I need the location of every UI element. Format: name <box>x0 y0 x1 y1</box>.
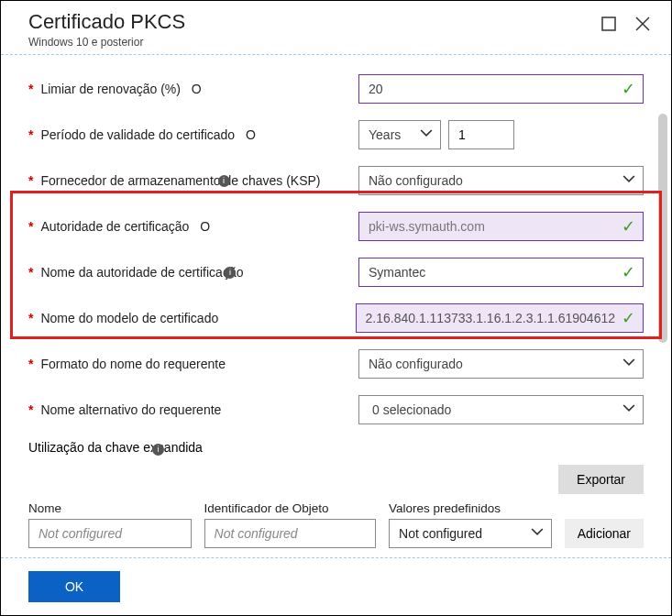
subject-format-select[interactable]: Não configurado <box>358 349 644 379</box>
svg-rect-0 <box>602 17 615 30</box>
ca-label: Autoridade de certificação <box>40 219 189 234</box>
chevron-down-icon <box>420 127 433 143</box>
san-label: Nome alternativo do requerente <box>40 402 221 417</box>
template-label: Nome do modelo de certificado <box>40 311 218 325</box>
page-title: Certificado PKCS <box>28 10 185 34</box>
info-icon[interactable]: i <box>218 175 230 187</box>
info-icon[interactable]: i <box>152 444 164 456</box>
ca-name-input[interactable]: Symantec ✓ <box>358 258 644 287</box>
ca-input[interactable]: pki-ws.symauth.com ✓ <box>358 212 644 241</box>
info-icon[interactable]: i <box>224 267 236 279</box>
page-subtitle: Windows 10 e posterior <box>28 36 185 49</box>
add-button[interactable]: Adicionar <box>565 519 644 548</box>
renewal-input[interactable]: 20 ✓ <box>358 74 644 104</box>
eku-name-input[interactable]: Not configured <box>28 519 192 548</box>
chevron-down-icon <box>622 402 635 418</box>
eku-col-preset: Valores predefinidos <box>389 501 552 515</box>
subject-format-label: Formato do nome do requerente <box>40 357 226 371</box>
scrollbar[interactable] <box>658 114 667 343</box>
validity-unit-select[interactable]: Years <box>358 120 441 149</box>
check-icon: ✓ <box>622 262 635 282</box>
san-select[interactable]: 0 selecionado <box>358 395 644 424</box>
check-icon: ✓ <box>622 308 635 328</box>
eku-col-name: Nome <box>28 501 192 515</box>
validity-label: Período de validade do certificado <box>40 127 235 142</box>
ca-name-label: Nome da autoridade de certificação <box>40 265 243 280</box>
chevron-down-icon <box>622 357 635 372</box>
eku-title: Utilização da chave expandida <box>28 440 203 455</box>
eku-preset-select[interactable]: Not configured <box>389 519 552 548</box>
eku-col-oid: Identificador de Objeto <box>204 501 376 515</box>
ksp-label: Fornecedor de armazenamento de chaves (K… <box>40 173 320 188</box>
close-icon[interactable] <box>634 16 651 36</box>
chevron-down-icon <box>531 525 544 541</box>
ksp-select[interactable]: Não configurado <box>358 166 644 195</box>
maximize-icon[interactable] <box>601 16 616 35</box>
check-icon: ✓ <box>622 79 635 99</box>
validity-value-input[interactable]: 1 <box>448 120 514 149</box>
chevron-down-icon <box>622 173 635 189</box>
template-input[interactable]: 2.16.840.1.113733.1.16.1.2.3.1.1.6190461… <box>356 303 644 333</box>
renewal-label: Limiar de renovação (%) <box>40 82 181 96</box>
eku-oid-input[interactable]: Not configured <box>204 519 376 548</box>
ok-button[interactable]: OK <box>28 571 120 602</box>
check-icon: ✓ <box>622 216 635 236</box>
export-button[interactable]: Exportar <box>558 465 644 494</box>
